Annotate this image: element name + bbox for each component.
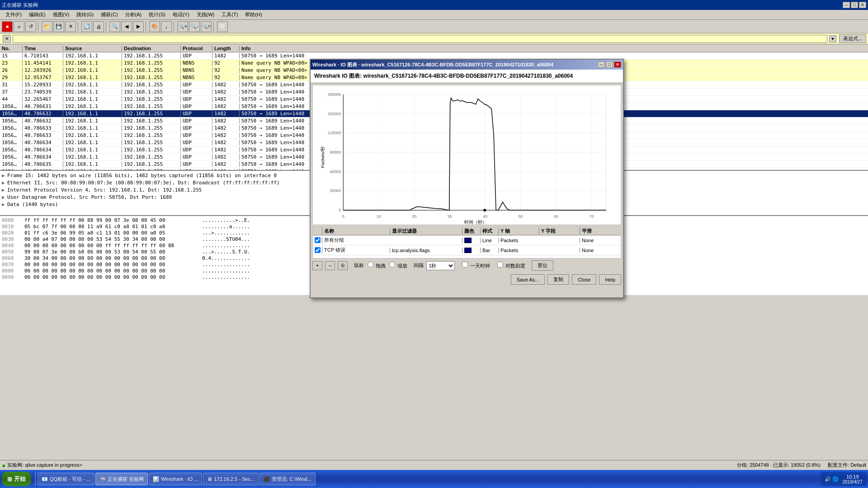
io-oneday-label[interactable]: 一天时钟 — [461, 262, 490, 269]
io-close-btn[interactable]: Close — [572, 274, 596, 285]
hex-address: 0050 — [2, 249, 24, 255]
taskbar-btn-io-graph[interactable]: 📊 Wireshark · IO ... — [149, 473, 203, 485]
toolbar-restart-capture[interactable]: ↺ — [25, 21, 36, 32]
io-copy-btn[interactable]: 复制 — [547, 274, 569, 285]
io-graph-maximize-btn[interactable]: □ — [606, 61, 613, 68]
menu-help[interactable]: 帮助(H) — [241, 10, 265, 19]
toolbar-save[interactable]: 💾 — [53, 21, 64, 32]
svg-marker-0 — [831, 38, 834, 40]
io-graph-close-btn[interactable]: ✕ — [614, 61, 621, 68]
svg-text:180000: 180000 — [327, 92, 341, 97]
toolbar-print[interactable]: 🖨 — [93, 21, 104, 32]
hex-address: 0060 — [2, 255, 24, 261]
io-add-graph-btn[interactable]: + — [312, 261, 322, 270]
menu-phone[interactable]: 电话(Y) — [169, 10, 193, 19]
toolbar-close[interactable]: ✕ — [65, 21, 76, 32]
taskbar-btn-qq[interactable]: 📧 QQ邮箱 - 写信 - ... — [38, 473, 94, 485]
io-remove-graph-btn[interactable]: − — [325, 261, 335, 270]
toolbar-colorize[interactable]: 🎨 — [149, 21, 160, 32]
toolbar-next[interactable]: ▶ — [133, 21, 144, 32]
hex-ascii: ...>............ — [202, 230, 250, 236]
hex-address: 0090 — [2, 274, 24, 280]
menu-bar: 文件(F) 编辑(E) 视图(V) 跳转(G) 捕获(C) 分析(A) 统计(S… — [0, 10, 868, 20]
io-oneday-checkbox[interactable] — [462, 262, 468, 267]
col-header-info[interactable]: Info — [240, 46, 868, 51]
filter-input[interactable]: eth.dst == FF-FF-FF-FF-FF-FF and eth.src… — [13, 35, 827, 43]
svg-text:30: 30 — [448, 214, 452, 219]
menu-wireless[interactable]: 无线(W) — [193, 10, 218, 19]
io-zoom-option[interactable]: 缩放 — [388, 262, 407, 269]
col-header-destination[interactable]: Destination — [122, 46, 181, 51]
hex-address: 0080 — [2, 268, 24, 274]
menu-view[interactable]: 视图(V) — [49, 10, 73, 19]
systray-icons: 🔊 🌐 — [825, 476, 839, 482]
svg-text:40: 40 — [483, 214, 487, 219]
legend-row2-style: Bar — [480, 248, 498, 253]
hex-ascii: ................ — [202, 262, 250, 267]
filter-clear-button[interactable]: ✕ — [3, 35, 11, 43]
close-button[interactable]: ✕ — [859, 2, 866, 8]
toolbar-reload[interactable]: 🔄 — [81, 21, 92, 32]
x-axis-label: 时间（秒） — [464, 220, 487, 225]
col-header-time[interactable]: Time — [23, 46, 63, 51]
toolbar-zoom-reset[interactable]: 🔍= — [201, 21, 212, 32]
hex-address: 0000 — [2, 217, 24, 223]
legend-col-name: 名称 — [322, 228, 390, 235]
toolbar-resize-cols[interactable]: ⬜ — [217, 21, 228, 32]
legend-row2-yaxis: Packets — [498, 248, 539, 253]
start-button[interactable]: ⊞ 开始 — [2, 472, 31, 486]
systray-clock: 10:19 2019/4/27 — [843, 474, 863, 484]
toolbar-prev[interactable]: ◀ — [121, 21, 132, 32]
io-copy-graph-btn[interactable]: ⎘ — [338, 261, 348, 270]
legend-row2-checkbox[interactable] — [315, 247, 321, 253]
io-save-btn[interactable]: Save As... — [511, 274, 545, 285]
hex-ascii: ................ — [202, 274, 250, 280]
filter-dropdown-icon — [830, 37, 835, 41]
taskbar-btn-wireshark-main[interactable]: 🦈 正在捕获 实验网 — [95, 473, 148, 485]
col-header-length[interactable]: Length — [212, 46, 240, 51]
toolbar-open[interactable]: 📂 — [42, 21, 52, 32]
legend-row-tcp: TCP 错误 tcp.analysis.flags Bar Packets No… — [313, 245, 621, 255]
io-drag-label: 拖拽 — [376, 263, 386, 268]
toolbar-autoscroll[interactable]: ↓ — [161, 21, 172, 32]
io-log-checkbox[interactable] — [497, 262, 503, 267]
maximize-button[interactable]: □ — [851, 2, 858, 8]
io-log-label[interactable]: 对数刻度 — [496, 262, 525, 269]
menu-analyze[interactable]: 分析(A) — [122, 10, 146, 19]
windows-icon: ⊞ — [7, 476, 12, 483]
filter-expression-button[interactable]: 表达式... — [839, 34, 866, 43]
io-help-btn[interactable]: Help — [599, 274, 621, 285]
toolbar-find[interactable]: 🔍 — [109, 21, 120, 32]
legend-row1-checkbox[interactable] — [315, 237, 321, 243]
capture-status-text: 实验网: qlive capture in progress> — [7, 462, 82, 469]
menu-stats[interactable]: 统计(S) — [145, 10, 169, 19]
hex-bytes: 00 00 a4 07 00 00 00 00 53 54 55 30 34 0… — [24, 236, 196, 242]
col-header-source[interactable]: Source — [63, 46, 122, 51]
io-graph-minimize-btn[interactable]: ─ — [598, 61, 605, 68]
io-reset-btn[interactable]: 置位 — [532, 260, 553, 271]
io-drag-option[interactable]: 拖拽 — [367, 262, 386, 269]
menu-tools[interactable]: 工具(T) — [218, 10, 241, 19]
hex-ascii: ........STU04... — [202, 236, 250, 242]
col-header-no[interactable]: No. — [0, 46, 23, 51]
hex-ascii: ................ — [202, 243, 250, 249]
toolbar-zoom-in[interactable]: 🔍+ — [177, 21, 188, 32]
io-graph-legend-area: 名称 显示过滤器 颜色 样式 Y 轴 Y 字段 平滑 所有分组 Line Pac… — [312, 227, 621, 258]
taskbar-sec-icon: 🖥 — [207, 476, 212, 482]
taskbar-btn-cmd[interactable]: ⬛ 管理员: C:\Wind... — [259, 473, 315, 485]
hex-ascii: 0.4............. — [202, 255, 250, 261]
taskbar-btn-sec[interactable]: 🖥 172.16.2.5 - Sec... — [203, 473, 259, 485]
profile-label: 配置文件: Default — [828, 462, 866, 469]
menu-file[interactable]: 文件(F) — [2, 10, 25, 19]
menu-capture[interactable]: 捕获(C) — [97, 10, 121, 19]
toolbar: ■ ■ ↺ 📂 💾 ✕ 🔄 🖨 🔍 ◀ ▶ 🎨 ↓ 🔍+ 🔍- 🔍= ⬜ — [0, 20, 868, 33]
toolbar-stop-capture[interactable]: ■ — [14, 21, 24, 32]
col-header-protocol[interactable]: Protocol — [181, 46, 212, 51]
toolbar-zoom-out[interactable]: 🔍- — [189, 21, 200, 32]
menu-jump[interactable]: 跳转(G) — [73, 10, 97, 19]
menu-edit[interactable]: 编辑(E) — [25, 10, 49, 19]
minimize-button[interactable]: ─ — [843, 2, 850, 8]
toolbar-start-capture[interactable]: ■ — [2, 21, 13, 32]
io-interval-select[interactable]: 1秒 100毫秒 10毫秒 — [426, 261, 455, 270]
legend-row1-style: Line — [480, 238, 498, 243]
